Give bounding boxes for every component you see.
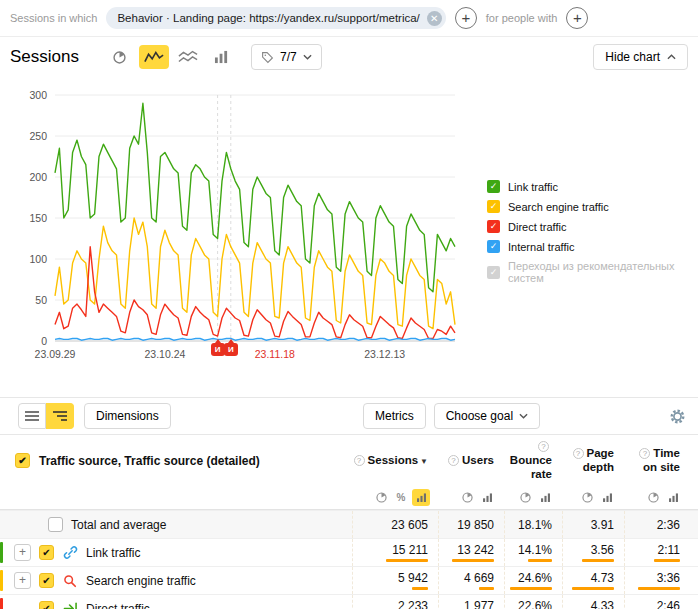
flat-list-view-icon[interactable] bbox=[18, 403, 46, 429]
dimension-header-label: Traffic source, Traffic source (detailed… bbox=[39, 454, 260, 468]
column-chart-type-icon[interactable] bbox=[207, 45, 237, 69]
metric-share-bar bbox=[582, 559, 614, 562]
row-checkbox[interactable] bbox=[48, 517, 63, 532]
expand-row-button[interactable]: + bbox=[14, 544, 31, 561]
pie-icon[interactable] bbox=[578, 489, 596, 506]
row-checkbox[interactable]: ✔ bbox=[39, 601, 54, 609]
svg-text:150: 150 bbox=[29, 212, 47, 224]
table-row: ✔Direct traffic2 2331 97722.6%4.332:46 bbox=[0, 594, 698, 609]
bars-icon[interactable] bbox=[664, 489, 682, 506]
bars-icon[interactable] bbox=[412, 489, 430, 506]
legend-checkbox[interactable]: ✓ bbox=[487, 180, 500, 193]
sessions-chart: 05010015020025030023.09.2923.10.2423.11.… bbox=[0, 77, 698, 397]
select-all-checkbox[interactable]: ✔ bbox=[15, 453, 30, 468]
column-header-time-on-site[interactable]: ?Time on site bbox=[624, 447, 690, 475]
column-header-label: Sessions bbox=[368, 454, 419, 466]
row-checkbox[interactable]: ✔ bbox=[39, 545, 54, 560]
annotation-pin[interactable]: И bbox=[211, 343, 225, 356]
chart-type-switcher bbox=[105, 45, 237, 69]
metric-share-bar bbox=[479, 587, 494, 590]
dimensions-button[interactable]: Dimensions bbox=[84, 403, 171, 429]
chart-header: Sessions 7/7 Hide chart bbox=[0, 37, 698, 77]
page-title: Sessions bbox=[10, 47, 79, 67]
pie-icon[interactable] bbox=[644, 489, 662, 506]
pie-icon[interactable] bbox=[516, 489, 534, 506]
legend-label: Internal traffic bbox=[508, 241, 574, 253]
help-icon[interactable]: ? bbox=[573, 448, 584, 459]
column-header-users[interactable]: ?Users bbox=[438, 454, 504, 468]
yandex-metrica-report: Sessions in which Behavior · Landing pag… bbox=[0, 0, 698, 609]
metric-cell: 3.56 bbox=[562, 539, 624, 566]
expand-row-button[interactable]: + bbox=[14, 572, 31, 589]
metric-cell: 22.6% bbox=[504, 595, 562, 609]
metric-mode-cell bbox=[438, 489, 504, 506]
legend-checkbox[interactable]: ✓ bbox=[487, 240, 500, 253]
metric-cell: 1 977 bbox=[438, 595, 504, 609]
metric-cell: 13 242 bbox=[438, 539, 504, 566]
legend-item[interactable]: ✓Search engine traffic bbox=[487, 200, 698, 213]
bars-icon[interactable] bbox=[536, 489, 554, 506]
remove-filter-icon[interactable]: ✕ bbox=[427, 11, 442, 26]
goals-dropdown[interactable]: 7/7 bbox=[251, 44, 322, 70]
column-header-page-depth[interactable]: ?Page depth bbox=[562, 447, 624, 475]
choose-goal-button[interactable]: Choose goal bbox=[434, 403, 540, 429]
legend-item[interactable]: ✓Internal traffic bbox=[487, 240, 698, 253]
bars-icon[interactable] bbox=[598, 489, 616, 506]
pie-chart-type-icon[interactable] bbox=[105, 45, 135, 69]
legend-item[interactable]: ✓Link traffic bbox=[487, 180, 698, 193]
metric-share-bar bbox=[654, 559, 680, 562]
metric-share-bar bbox=[412, 587, 428, 590]
pie-icon[interactable] bbox=[372, 489, 390, 506]
metric-value: 2 233 bbox=[398, 599, 428, 609]
metric-mode-cell bbox=[504, 489, 562, 506]
sessions-in-which-label: Sessions in which bbox=[10, 12, 97, 24]
column-header-bounce-rate[interactable]: ?Bounce rate bbox=[504, 440, 562, 481]
metrics-button[interactable]: Metrics bbox=[363, 403, 426, 429]
help-icon[interactable]: ? bbox=[639, 448, 650, 459]
metric-value: 22.6% bbox=[518, 599, 552, 609]
legend-item[interactable]: ✓Direct traffic bbox=[487, 220, 698, 233]
svg-text:23.09.29: 23.09.29 bbox=[35, 348, 76, 360]
bars-icon[interactable] bbox=[478, 489, 496, 506]
metric-value: 4 669 bbox=[464, 571, 494, 585]
table-row: +✔Search engine traffic5 9424 66924.6%4.… bbox=[0, 566, 698, 594]
hide-chart-button[interactable]: Hide chart bbox=[593, 44, 688, 70]
series-color-strip bbox=[0, 570, 3, 591]
filter-chip[interactable]: Behavior · Landing page: https://yandex.… bbox=[106, 7, 445, 29]
column-header-sessions[interactable]: ?Sessions▼ bbox=[352, 454, 438, 468]
pie-icon[interactable] bbox=[458, 489, 476, 506]
metric-mode-cell: % bbox=[352, 489, 438, 506]
help-icon[interactable]: ? bbox=[354, 455, 365, 466]
metric-value: 3.91 bbox=[591, 518, 614, 532]
add-people-filter-button[interactable]: + bbox=[566, 7, 588, 29]
help-icon[interactable]: ? bbox=[448, 455, 459, 466]
add-session-filter-button[interactable]: + bbox=[455, 7, 477, 29]
row-label[interactable]: Link traffic bbox=[86, 546, 140, 560]
percent-icon[interactable]: % bbox=[392, 489, 410, 506]
settings-gear-icon[interactable] bbox=[669, 408, 686, 429]
metric-cell: 2:11 bbox=[624, 539, 690, 566]
metric-mode-cell bbox=[624, 489, 690, 506]
filter-chip-label: Behavior · Landing page: https://yandex.… bbox=[117, 12, 419, 24]
svg-text:23.12.13: 23.12.13 bbox=[364, 348, 405, 360]
help-icon[interactable]: ? bbox=[538, 441, 549, 452]
tree-view-icon[interactable] bbox=[46, 403, 74, 429]
metric-value: 2:36 bbox=[657, 518, 680, 532]
column-header-label: Bounce rate bbox=[510, 454, 552, 480]
stacked-chart-type-icon[interactable] bbox=[173, 45, 203, 69]
line-chart[interactable]: 05010015020025030023.09.2923.10.2423.11.… bbox=[8, 87, 483, 375]
row-label[interactable]: Direct traffic bbox=[86, 602, 150, 609]
row-label[interactable]: Search engine traffic bbox=[86, 574, 196, 588]
metric-cell: 4.33 bbox=[562, 595, 624, 609]
metric-share-bar bbox=[638, 587, 680, 590]
legend-checkbox[interactable]: ✓ bbox=[487, 266, 500, 279]
legend-checkbox[interactable]: ✓ bbox=[487, 220, 500, 233]
svg-text:50: 50 bbox=[35, 294, 47, 306]
legend-label: Direct traffic bbox=[508, 221, 566, 233]
legend-item[interactable]: ✓Переходы из рекомендательных систем bbox=[487, 260, 698, 284]
row-checkbox[interactable]: ✔ bbox=[39, 573, 54, 588]
legend-checkbox[interactable]: ✓ bbox=[487, 200, 500, 213]
annotation-pin[interactable]: И bbox=[224, 343, 238, 356]
line-chart-type-icon[interactable] bbox=[139, 45, 169, 69]
metric-value: 4.73 bbox=[591, 571, 614, 585]
